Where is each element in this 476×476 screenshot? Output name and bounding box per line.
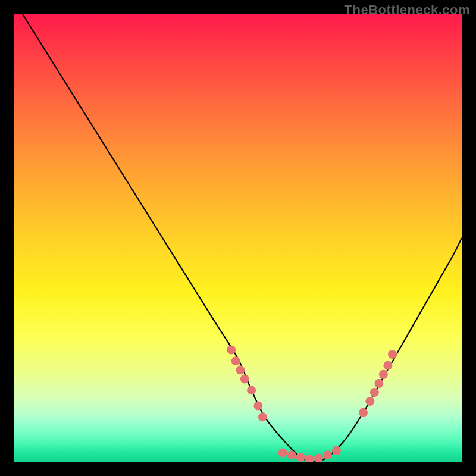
watermark-label: TheBottleneck.com [345,2,470,18]
marker-dot [240,374,249,383]
marker-dot [247,386,256,394]
plot-area [14,14,462,462]
marker-dot [296,453,305,462]
marker-dot [258,412,267,421]
marker-group [227,346,397,462]
marker-dot [383,361,392,370]
marker-dot [359,408,368,417]
chart-frame: TheBottleneck.com [0,0,476,476]
marker-dot [370,388,379,397]
bottleneck-curve-svg [14,14,462,462]
marker-dot [388,350,397,359]
marker-dot [253,402,262,411]
marker-dot [278,448,287,457]
marker-dot [332,446,341,455]
marker-dot [374,379,383,388]
marker-dot [236,365,245,374]
marker-dot [323,450,332,459]
marker-dot [305,455,314,462]
bottleneck-curve [14,14,462,462]
marker-dot [227,346,236,355]
marker-dot [365,397,374,406]
marker-dot [314,453,323,462]
marker-dot [379,370,388,379]
marker-dot [287,450,296,459]
marker-dot [231,356,240,365]
